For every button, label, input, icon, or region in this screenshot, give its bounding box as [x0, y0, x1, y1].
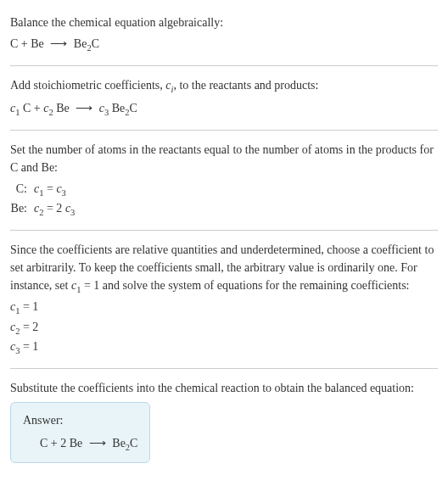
atom-label-c: C:	[10, 180, 34, 200]
atom-equations: C: c1 = c3 Be: c2 = 2 c3	[10, 180, 75, 220]
section-stoichiometric: Add stoichiometric coefficients, ci, to …	[10, 70, 438, 126]
section-intro: Balance the chemical equation algebraica…	[10, 7, 438, 62]
arrow-icon: ⟶	[89, 434, 106, 452]
val: = 1	[20, 300, 38, 313]
atom-label-be: Be:	[10, 199, 34, 220]
atom-eq-be: c2 = 2 c3	[34, 199, 75, 220]
coeff-line-1: c1 = 1	[10, 298, 438, 318]
eq-c: C	[130, 437, 137, 450]
section-solve: Since the coefficients are relative quan…	[10, 234, 438, 365]
section-atoms: Set the number of atoms in the reactants…	[10, 134, 438, 226]
c3-sub: 3	[62, 187, 66, 197]
arrow-icon: ⟶	[76, 99, 92, 117]
plus: +	[18, 37, 31, 50]
atom-row-c: C: c1 = c3	[10, 180, 75, 200]
intro-text: Balance the chemical equation algebraica…	[10, 14, 438, 31]
product-c: C	[92, 37, 99, 50]
t3: Be	[109, 102, 125, 114]
eq: = 2	[43, 202, 64, 215]
t1: C +	[20, 102, 43, 114]
eq: =	[43, 182, 56, 195]
divider	[10, 230, 438, 231]
atom-eq-c: c1 = c3	[34, 180, 75, 200]
answer-intro: Substitute the coefficients into the che…	[10, 379, 438, 397]
atom-row-be: Be: c2 = 2 c3	[10, 199, 75, 220]
product-be: Be	[74, 37, 87, 50]
reactant-be: Be	[31, 37, 44, 50]
c3: c	[96, 102, 104, 114]
arrow-icon: ⟶	[50, 35, 67, 53]
val: = 2	[20, 321, 38, 333]
divider	[10, 65, 438, 66]
solve-intro: Since the coefficients are relative quan…	[10, 241, 438, 297]
coeff-equation: c1 C + c2 Be ⟶ c3 Be2C	[10, 99, 438, 120]
answer-label: Answer:	[23, 411, 137, 429]
divider	[10, 130, 438, 131]
t2: Be	[53, 102, 73, 114]
balanced-equation: C + 2 Be ⟶ Be2C	[23, 434, 137, 455]
eq-a: C + 2 Be	[40, 437, 86, 450]
eq-b: Be	[109, 437, 126, 450]
c3-sub: 3	[70, 208, 75, 217]
val: = 1	[20, 340, 38, 353]
reactant-c: C	[10, 37, 18, 50]
text-a: Add stoichiometric coefficients,	[10, 79, 165, 92]
divider	[10, 368, 438, 369]
atoms-intro: Set the number of atoms in the reactants…	[10, 141, 438, 176]
coefficient-values: c1 = 1 c2 = 2 c3 = 1	[10, 298, 438, 358]
coeff-line-2: c2 = 2	[10, 318, 438, 338]
unbalanced-equation: C + Be ⟶ Be2C	[10, 35, 438, 55]
text-b: , to the reactants and products:	[173, 79, 318, 92]
answer-box: Answer: C + 2 Be ⟶ Be2C	[10, 402, 150, 464]
stoich-intro: Add stoichiometric coefficients, ci, to …	[10, 76, 438, 97]
coeff-line-3: c3 = 1	[10, 338, 438, 358]
text-b: = 1 and solve the system of equations fo…	[81, 279, 409, 292]
t4: C	[130, 102, 137, 114]
section-answer: Substitute the coefficients into the che…	[10, 372, 438, 471]
